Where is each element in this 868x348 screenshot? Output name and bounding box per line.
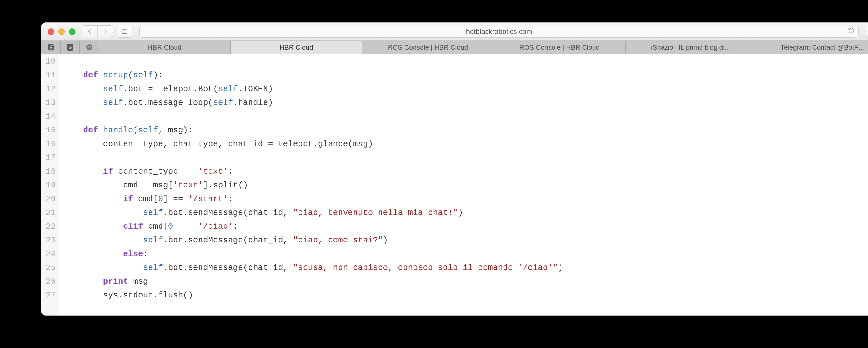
- line-number: 17: [41, 151, 59, 165]
- sidebar-icon: [121, 29, 128, 35]
- page-content: 101112131415161718192021222324252627 def…: [41, 54, 868, 315]
- back-button[interactable]: [82, 26, 97, 38]
- chevron-right-icon: [102, 29, 108, 35]
- line-number-gutter: 101112131415161718192021222324252627: [41, 54, 59, 315]
- code-line: [59, 110, 868, 124]
- code-line: elif cmd[0] == '/ciao':: [59, 220, 868, 234]
- code-line: cmd = msg['text'].split(): [59, 178, 868, 192]
- line-number: 13: [41, 96, 59, 110]
- tab[interactable]: ROS Console | HBR Cloud: [362, 41, 494, 54]
- tab-bar: G HBR CloudHBR CloudROS Console | HBR Cl…: [41, 41, 868, 54]
- line-number: 21: [41, 206, 59, 220]
- code-line: self.bot.sendMessage(chat_id, "scusa, no…: [59, 261, 868, 275]
- line-number: 12: [41, 82, 59, 96]
- code-line: self.bot = telepot.Bot(self.TOKEN): [59, 82, 868, 96]
- pinned-tab-messenger[interactable]: [80, 41, 99, 54]
- pinned-tab-facebook[interactable]: [41, 41, 61, 54]
- tab-label: iSpazio | IL primo blog di…: [651, 43, 731, 51]
- titlebar: hotblackrobotics.com: [41, 23, 868, 41]
- line-number: 22: [41, 220, 59, 234]
- google-icon: G: [66, 43, 74, 51]
- nav-buttons: [82, 25, 113, 38]
- line-number: 26: [41, 275, 59, 288]
- address-domain: hotblackrobotics.com: [466, 28, 532, 36]
- share-button[interactable]: [866, 26, 868, 38]
- tab-label: ROS Console | HBR Cloud: [520, 43, 600, 51]
- tab-label: Telegram: Contact @BotF…: [781, 43, 865, 51]
- line-number: 19: [41, 178, 59, 192]
- code-line: print msg: [59, 275, 868, 288]
- fullscreen-window-button[interactable]: [69, 29, 75, 35]
- reload-icon: [848, 28, 855, 34]
- tab[interactable]: Telegram: Contact @BotF…: [757, 41, 868, 54]
- tab-label: HBR Cloud: [279, 43, 313, 51]
- facebook-icon: [48, 44, 55, 51]
- tab[interactable]: HBR Cloud: [230, 41, 362, 54]
- line-number: 18: [41, 165, 59, 178]
- line-number: 20: [41, 192, 59, 206]
- browser-window: hotblackrobotics.com: [41, 23, 868, 316]
- tab[interactable]: ROS Console | HBR Cloud: [494, 41, 625, 54]
- code-line: if cmd[0] == '/start':: [59, 192, 868, 206]
- pinned-tab-google[interactable]: G: [61, 41, 80, 54]
- address-bar[interactable]: hotblackrobotics.com: [139, 26, 859, 38]
- code-line: else:: [59, 247, 868, 261]
- code-line: [59, 55, 868, 68]
- code-line: sys.stdout.flush(): [59, 288, 868, 302]
- line-number: 14: [41, 110, 59, 124]
- tab[interactable]: HBR Cloud: [99, 41, 230, 54]
- line-number: 25: [41, 261, 59, 275]
- line-number: 16: [41, 137, 59, 151]
- svg-text:G: G: [68, 45, 72, 50]
- tab-label: HBR Cloud: [148, 43, 181, 51]
- toolbar-right: [866, 26, 868, 38]
- messenger-icon: [86, 43, 93, 51]
- tab-label: ROS Console | HBR Cloud: [388, 43, 468, 51]
- code-line: def handle(self, msg):: [59, 124, 868, 137]
- chevron-left-icon: [87, 29, 93, 35]
- close-window-button[interactable]: [48, 29, 54, 35]
- line-number: 23: [41, 234, 59, 247]
- forward-button[interactable]: [97, 26, 113, 38]
- code-line: self.bot.message_loop(self.handle): [59, 96, 868, 110]
- code-line: self.bot.sendMessage(chat_id, "ciao, ben…: [59, 206, 868, 220]
- line-number: 24: [41, 247, 59, 261]
- line-number: 27: [41, 288, 59, 302]
- sidebar-toggle-button[interactable]: [117, 26, 132, 38]
- window-controls: [46, 29, 78, 35]
- minimize-window-button[interactable]: [58, 29, 65, 35]
- code-line: def setup(self):: [59, 68, 868, 82]
- code-line: [59, 151, 868, 165]
- code-line: content_type, chat_type, chat_id = telep…: [59, 137, 868, 151]
- svg-rect-0: [122, 30, 127, 34]
- tab[interactable]: iSpazio | IL primo blog di…: [625, 41, 757, 54]
- code-editor[interactable]: def setup(self): self.bot = telepot.Bot(…: [59, 54, 868, 315]
- line-number: 10: [41, 55, 59, 68]
- code-line: if content_type == 'text':: [59, 165, 868, 178]
- reload-button[interactable]: [848, 28, 855, 36]
- line-number: 15: [41, 124, 59, 137]
- code-line: self.bot.sendMessage(chat_id, "ciao, com…: [59, 234, 868, 247]
- line-number: 11: [41, 68, 59, 82]
